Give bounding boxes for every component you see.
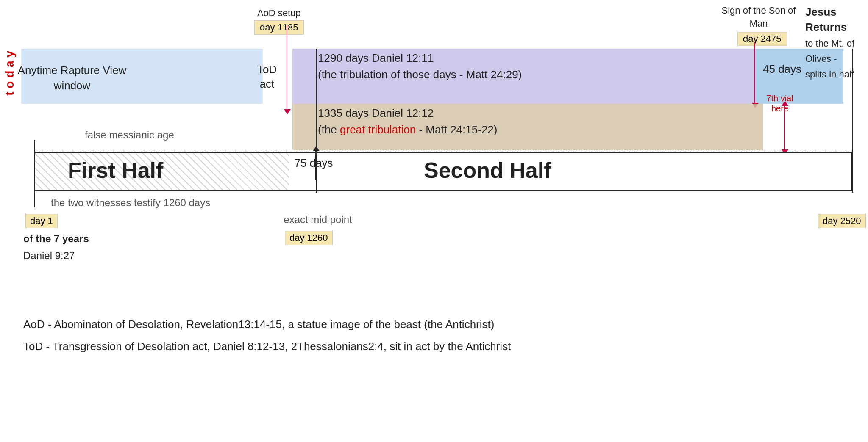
aod-arrow — [287, 25, 287, 110]
sign-arrow — [754, 42, 755, 104]
days-1290-text: 1290 days Daniel 12:11 (the tribulation … — [318, 50, 522, 83]
aod-day-badge: day 1185 — [254, 20, 304, 35]
days-1290-line2: (the tribulation of those days - Matt 24… — [318, 68, 522, 81]
seven-years-text: of the 7 years — [23, 233, 89, 245]
jesus-returns-text: Jesus Returns to the Mt. of Olives -spli… — [805, 4, 868, 81]
day2520-badge: day 2520 — [818, 214, 866, 228]
first-half-text: First Half — [68, 157, 163, 183]
vline-end — [852, 49, 853, 193]
aod-setup-text: AoD setup — [254, 8, 304, 19]
diagram-container: t o d a y Anytime Rapture Viewwindow ToD… — [0, 0, 868, 442]
aod-setup-box: AoD setup day 1185 — [254, 8, 304, 35]
days-1335-line1: 1335 days Daniel 12:12 — [318, 107, 434, 119]
mid-point-text: exact mid point — [275, 214, 360, 226]
jesus-returns-subtitle: to the Mt. of Olives -splits in half — [805, 38, 854, 80]
tod-act-label: ToDact — [250, 63, 284, 91]
days-45-text: 45 days — [763, 63, 801, 76]
footer-line2: ToD - Transgression of Desolation act, D… — [23, 335, 511, 357]
jesus-returns-title: Jesus Returns — [805, 6, 847, 33]
false-messianic-text: false messianic age — [85, 129, 174, 141]
footer-notes: AoD - Abominaton of Desolation, Revelati… — [23, 313, 511, 357]
day-2475-badge: day 2475 — [737, 32, 787, 46]
two-witnesses-text: the two witnesses testify 1260 days — [51, 197, 210, 209]
vial-arrow — [784, 105, 785, 150]
days-75-text: 75 days — [292, 157, 335, 170]
daniel-ref: Daniel 9:27 — [23, 250, 75, 262]
mid-arrow — [315, 150, 316, 180]
vline-left — [34, 140, 35, 207]
day1-badge: day 1 — [25, 214, 58, 228]
second-half-text: Second Half — [424, 157, 551, 183]
days-1290-line1: 1290 days Daniel 12:11 — [318, 52, 434, 64]
days-1335-line2: (the great tribulation - Matt 24:15-22) — [318, 123, 497, 136]
footer-line1: AoD - Abominaton of Desolation, Revelati… — [23, 313, 511, 335]
great-tribulation-text: great tribulation — [340, 123, 416, 136]
rapture-window-text: Anytime Rapture Viewwindow — [13, 63, 131, 94]
days-1335-text: 1335 days Daniel 12:12 (the great tribul… — [318, 105, 497, 138]
vial-text: 7th vial here — [763, 93, 797, 113]
day1260-badge: day 1260 — [285, 231, 333, 245]
